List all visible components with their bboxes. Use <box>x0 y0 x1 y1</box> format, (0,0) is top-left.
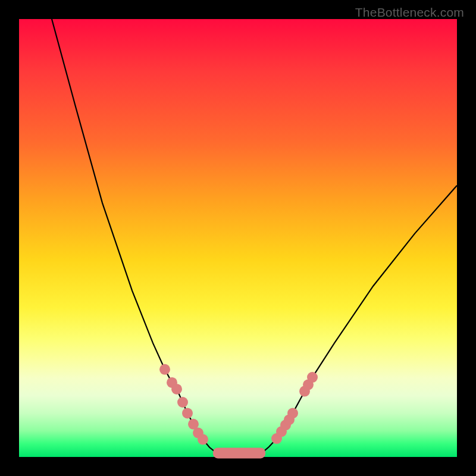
watermark-text: TheBottleneck.com <box>355 5 464 20</box>
plot-area <box>19 19 457 457</box>
curve-left <box>52 19 217 453</box>
curve-marker <box>287 408 298 418</box>
trough-bar <box>213 447 265 458</box>
curve-marker <box>198 434 208 445</box>
curve-svg <box>19 19 457 457</box>
curve-marker <box>177 397 188 408</box>
curve-marker <box>159 364 170 375</box>
curve-marker <box>171 384 182 394</box>
chart-frame: TheBottleneck.com <box>0 0 476 476</box>
curve-marker <box>307 372 318 383</box>
curve-marker <box>182 408 193 418</box>
marker-group <box>159 364 318 445</box>
